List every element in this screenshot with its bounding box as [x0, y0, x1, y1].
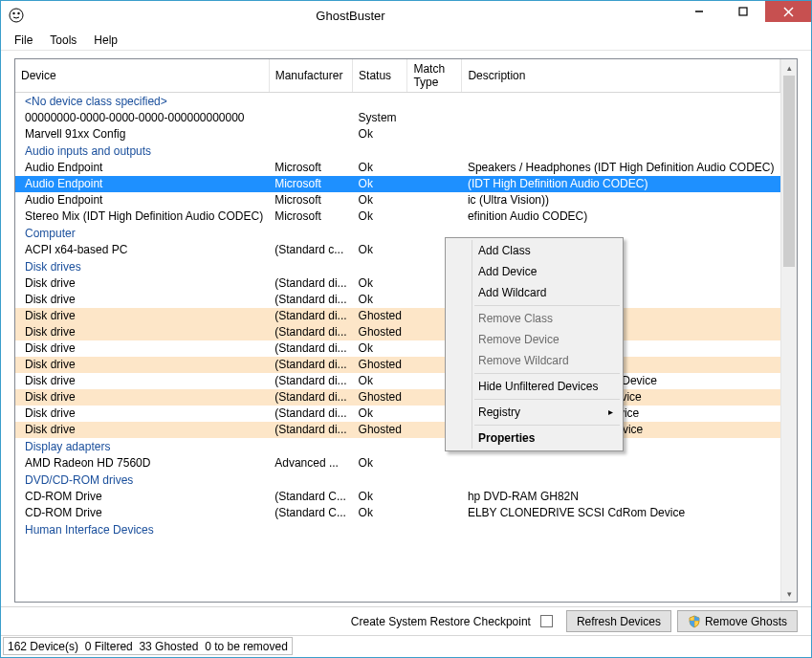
col-header-manufacturer[interactable]: Manufacturer — [269, 59, 352, 93]
context-menu: Add Class Add Device Add Wildcard Remove… — [445, 237, 624, 451]
vertical-scrollbar[interactable]: ▴ ▾ — [780, 59, 797, 602]
cell-match — [407, 160, 462, 176]
cell-manufacturer: Advanced ... — [269, 455, 352, 472]
col-header-device[interactable]: Device — [15, 59, 269, 93]
cell-device: Disk drive — [15, 275, 269, 292]
svg-point-2 — [17, 12, 19, 14]
menu-item-add-class[interactable]: Add Class — [448, 240, 621, 261]
cell-status: Ok — [353, 242, 407, 258]
refresh-devices-button[interactable]: Refresh Devices — [566, 610, 671, 632]
cell-manufacturer — [269, 126, 352, 143]
table-row[interactable]: Disk drive(Standard di...Ok2 — [15, 340, 780, 357]
menu-help[interactable]: Help — [94, 33, 118, 47]
minimize-button[interactable] — [677, 1, 721, 22]
menu-item-hide-unfiltered[interactable]: Hide Unfiltered Devices — [448, 376, 621, 397]
group-row[interactable]: DVD/CD-ROM drives — [15, 472, 780, 489]
menu-item-properties[interactable]: Properties — [448, 428, 621, 449]
cell-device: Disk drive — [15, 324, 269, 340]
table-row[interactable]: Disk drive(Standard di...OkGeneric- MS/M… — [15, 406, 780, 422]
cell-manufacturer: Microsoft — [269, 192, 352, 208]
group-row[interactable]: Disk drives — [15, 258, 780, 275]
cell-device: Audio Endpoint — [15, 160, 269, 176]
shield-icon — [688, 615, 701, 628]
status-filtered-count: 0 Filtered — [85, 640, 133, 653]
table-row[interactable]: Stereo Mix (IDT High Definition Audio CO… — [15, 208, 780, 225]
cell-manufacturer: (Standard di... — [269, 422, 352, 438]
cell-manufacturer: Microsoft — [269, 176, 352, 192]
cell-device: Audio Endpoint — [15, 176, 269, 192]
col-header-description[interactable]: Description — [462, 59, 780, 93]
cell-device: 00000000-0000-0000-0000-000000000000 — [15, 110, 269, 126]
menu-item-add-device[interactable]: Add Device — [448, 261, 621, 282]
group-row[interactable]: <No device class specified> — [15, 93, 780, 110]
table-row[interactable]: AMD Radeon HD 7560DAdvanced ...Ok — [15, 455, 780, 472]
cell-status: Ok — [353, 160, 407, 176]
table-row[interactable]: Audio EndpointMicrosoftOkic (Ultra Visio… — [15, 192, 780, 208]
cell-match — [407, 192, 462, 208]
status-device-count: 162 Device(s) — [8, 640, 78, 653]
table-row[interactable]: Audio EndpointMicrosoftOkSpeakers / Head… — [15, 160, 780, 176]
scroll-thumb[interactable] — [783, 76, 795, 267]
table-row[interactable]: Disk drive(Standard di...Ghosted2A7B2 — [15, 324, 780, 340]
cell-match — [407, 505, 462, 521]
group-row[interactable]: Display adapters — [15, 438, 780, 455]
cell-status: Ok — [353, 176, 407, 192]
cell-match — [407, 455, 462, 472]
cell-manufacturer: (Standard di... — [269, 340, 352, 357]
table-row[interactable]: Audio EndpointMicrosoftOk (IDT High Defi… — [15, 176, 780, 192]
group-row[interactable]: Computer — [15, 225, 780, 242]
bottom-toolbar: Create System Restore Checkpoint Refresh… — [1, 606, 811, 635]
group-row[interactable]: Audio inputs and outputs — [15, 143, 780, 160]
menu-item-registry[interactable]: Registry▸ — [448, 402, 621, 423]
table-row[interactable]: Disk drive(Standard di...Ok Device — [15, 292, 780, 308]
scroll-down-arrow-icon[interactable]: ▾ — [781, 585, 797, 602]
cell-manufacturer: (Standard di... — [269, 275, 352, 292]
submenu-arrow-icon: ▸ — [608, 406, 613, 417]
cell-description: hp DVD-RAM GH82N — [462, 489, 780, 505]
menu-item-add-wildcard[interactable]: Add Wildcard — [448, 282, 621, 303]
cell-device: Disk drive — [15, 373, 269, 389]
cell-description — [462, 455, 780, 472]
app-icon — [9, 8, 24, 23]
cell-device: Disk drive — [15, 357, 269, 373]
cell-status: Ok — [353, 192, 407, 208]
cell-match — [407, 176, 462, 192]
maximize-button[interactable] — [721, 1, 765, 22]
table-row[interactable]: Disk drive(Standard di...OkGeneric- Comp… — [15, 373, 780, 389]
table-row[interactable]: ACPI x64-based PC(Standard c...Ok — [15, 242, 780, 258]
cell-manufacturer: (Standard di... — [269, 357, 352, 373]
cell-device: ACPI x64-based PC — [15, 242, 269, 258]
table-row[interactable]: CD-ROM Drive(Standard C...OkELBY CLONEDR… — [15, 505, 780, 521]
col-header-match-type[interactable]: Match Type — [407, 59, 462, 93]
cell-status: Ghosted — [353, 324, 407, 340]
table-row[interactable]: Disk drive(Standard di...Ghosted — [15, 308, 780, 324]
close-button[interactable] — [765, 1, 811, 22]
svg-point-1 — [12, 12, 14, 14]
cell-match — [407, 110, 462, 126]
cell-description: efinition Audio CODEC) — [462, 208, 780, 225]
table-row[interactable]: CD-ROM Drive(Standard C...Okhp DVD-RAM G… — [15, 489, 780, 505]
table-row[interactable]: 00000000-0000-0000-0000-000000000000Syst… — [15, 110, 780, 126]
cell-manufacturer: (Standard di... — [269, 308, 352, 324]
scroll-up-arrow-icon[interactable]: ▴ — [781, 59, 797, 76]
cell-status: Ok — [353, 505, 407, 521]
menu-item-remove-wildcard: Remove Wildcard — [448, 350, 621, 371]
cell-manufacturer: (Standard c... — [269, 242, 352, 258]
table-row[interactable]: Marvell 91xx ConfigOk — [15, 126, 780, 143]
menu-file[interactable]: File — [14, 33, 33, 47]
table-row[interactable]: Disk drive(Standard di...GhostedIC25N080… — [15, 389, 780, 406]
remove-ghosts-button[interactable]: Remove Ghosts — [677, 610, 798, 632]
statusbar: 162 Device(s) 0 Filtered 33 Ghosted 0 to… — [1, 635, 811, 657]
checkpoint-checkbox[interactable] — [540, 615, 553, 627]
group-row[interactable]: Human Interface Devices — [15, 521, 780, 538]
cell-status: Ok — [353, 126, 407, 143]
col-header-status[interactable]: Status — [353, 59, 407, 93]
cell-status: Ok — [353, 373, 407, 389]
cell-match — [407, 126, 462, 143]
table-row[interactable]: Disk drive(Standard di...Oke USB Device — [15, 275, 780, 292]
device-list-panel: Device Manufacturer Status Match Type De… — [14, 58, 798, 603]
table-row[interactable]: Disk drive(Standard di...GhostedSanDisk … — [15, 422, 780, 438]
device-table[interactable]: Device Manufacturer Status Match Type De… — [15, 59, 780, 538]
table-row[interactable]: Disk drive(Standard di...GhostedUSB Devi… — [15, 357, 780, 373]
menu-tools[interactable]: Tools — [50, 33, 77, 47]
